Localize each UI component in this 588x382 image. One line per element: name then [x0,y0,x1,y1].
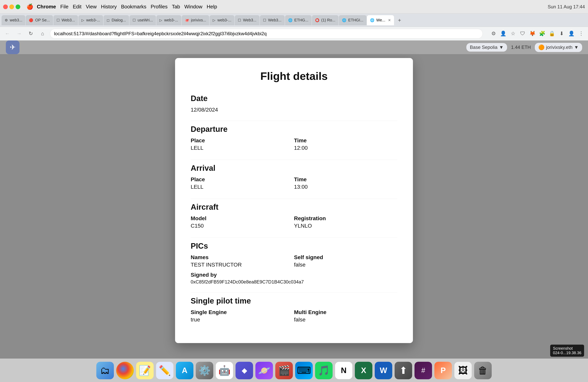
browser-controls: ⚙ 👤 ☆ 🛡 🦊 🧩 🔒 ⬇ 👤 ⋮ [490,30,585,37]
tab-2[interactable]: 🔴 OP Se... [26,15,53,25]
address-input[interactable] [50,29,483,38]
tab-7[interactable]: ▷ web3-... [156,15,181,25]
dock: 🗂 📝 ✏️ A ⚙️ 🤖 ◆ 🪐 🎬 ⌨ 🎵 N X W ⬆ # P 🖼 🗑 [0,359,588,382]
aircraft-registration-label: Registration [294,215,397,222]
dock-keynote[interactable]: 🎬 [275,362,293,379]
tab-9[interactable]: ▷ web3-... [210,15,234,25]
dock-linear[interactable]: ◆ [235,362,253,379]
dock-notion[interactable]: N [335,362,353,379]
profile-avatar[interactable]: 👤 [568,30,575,37]
dock-settings[interactable]: ⚙️ [196,362,213,379]
dock-chatgpt[interactable]: 🤖 [216,362,233,379]
departure-place-col: Place LELL [191,137,294,152]
dock-proxyman[interactable]: P [434,362,452,379]
menu-view[interactable]: View [84,3,98,11]
dock-finder[interactable]: 🗂 [96,362,114,379]
new-tab-button[interactable]: + [395,16,404,24]
title-bar: 🍎 Chrome File Edit View History Bookmark… [0,0,588,14]
pics-signedby-label: Signed by [191,272,397,278]
dock-slack[interactable]: # [415,362,432,379]
aircraft-registration-value: YLNLO [294,223,397,229]
divider-2 [191,160,397,160]
tab-15[interactable]: 🌐 We... ✕ [367,15,394,25]
reload-button[interactable]: ↻ [26,29,35,38]
download-icon[interactable]: ⬇ [558,30,565,37]
menu-chrome[interactable]: Chrome [35,3,58,11]
shield-icon[interactable]: 🛡 [519,30,526,37]
extensions-icon[interactable]: ⚙ [490,30,497,37]
tab-6[interactable]: ☐ useWri... [129,15,156,25]
aircraft-model-col: Model C150 [191,215,294,230]
dock-spotify[interactable]: 🎵 [315,362,333,379]
arrival-place-value: LELL [191,184,294,190]
dock-excel[interactable]: X [355,362,372,379]
user-menu[interactable]: 🟠 jorivixsky.eth ▼ [535,43,582,52]
dock-planet[interactable]: 🪐 [255,362,273,379]
pics-names-col: Names TEST INSTRUCTOR [191,254,294,269]
dock-freeform[interactable]: ✏️ [156,362,173,379]
home-button[interactable]: ⌂ [38,29,47,38]
departure-time-label: Time [294,137,397,144]
main-content: ✈ Base Sepolia ▼ 1.44 ETH 🟠 jorivixsky.e… [0,40,588,359]
single-engine-label: Single Engine [191,309,294,315]
dock-vscode[interactable]: ⌨ [295,362,313,379]
tab-1[interactable]: ⚙ web3... [1,15,25,25]
network-selector[interactable]: Base Sepolia ▼ [466,43,507,52]
pics-selfsigned-label: Self signed [294,254,397,261]
accounts-icon[interactable]: 👤 [500,30,507,37]
tab-11[interactable]: ☐ Web3... [260,15,285,25]
menu-bookmarks[interactable]: Bookmarks [120,3,148,11]
tab-13[interactable]: ⭕ (1) Ro... [312,15,338,25]
fullscreen-button[interactable] [16,4,20,9]
aircraft-cols: Model C150 Registration YLNLO [191,215,397,230]
dock-photos[interactable]: 🖼 [454,362,472,379]
menu-profiles[interactable]: Profiles [149,3,169,11]
traffic-lights [3,4,20,9]
tab-3[interactable]: ☐ Web3... [53,15,78,25]
fox-icon[interactable]: 🦊 [529,30,536,37]
tab-12[interactable]: 🌐 ETHG... [285,15,312,25]
minimize-button[interactable] [9,4,14,9]
app-header: ✈ Base Sepolia ▼ 1.44 ETH 🟠 jorivixsky.e… [0,40,588,54]
tab-4[interactable]: ▷ web3-... [78,15,103,25]
multi-engine-col: Multi Engine false [294,309,397,324]
arrival-place-label: Place [191,176,294,183]
forward-button[interactable]: → [15,29,23,38]
menu-edit[interactable]: Edit [71,3,83,11]
menu-history[interactable]: History [99,3,118,11]
departure-place-value: LELL [191,145,294,151]
tab-10[interactable]: ☐ Web3... [235,15,259,25]
single-engine-col: Single Engine true [191,309,294,324]
arrival-time-value: 13:00 [294,184,397,190]
tab-close-15[interactable]: ✕ [388,18,391,22]
menu-file[interactable]: File [59,3,70,11]
menu-tab[interactable]: Tab [170,3,182,11]
dock-transloader[interactable]: ⬆ [395,362,412,379]
arrival-cols: Place LELL Time 13:00 [191,176,397,191]
date-value: 12/08/2024 [191,107,397,113]
menu-window[interactable]: Window [183,3,204,11]
dock-appstore[interactable]: A [176,362,193,379]
username: jorivixsky.eth [546,45,573,50]
tab-5[interactable]: ◻ Dialog... [104,15,129,25]
aircraft-model-label: Model [191,215,294,222]
more-menu-icon[interactable]: ⋮ [577,30,585,37]
dock-word[interactable]: W [375,362,392,379]
back-button[interactable]: ← [3,29,12,38]
vpn-icon[interactable]: 🔒 [548,30,556,37]
bookmark-icon[interactable]: ☆ [509,30,517,37]
dock-notes[interactable]: 📝 [136,362,154,379]
tab-8[interactable]: 🐙 jorivixs... [182,15,210,25]
network-name: Base Sepolia [470,45,497,50]
arrival-time-label: Time [294,176,397,183]
dock-chrome[interactable] [116,362,134,379]
close-button[interactable] [3,4,8,9]
puzzle-icon[interactable]: 🧩 [539,30,546,37]
pics-signedby: Signed by 0xC85f2dFB59F124Dc00e8ea8E9C7D… [191,272,397,285]
tab-14[interactable]: 🌐 ETHGI... [339,15,367,25]
aircraft-section: Aircraft Model C150 Registration YLNLO [191,203,397,230]
flight-details-modal: Flight details Date 12/08/2024 Departure… [175,58,413,343]
date-section-title: Date [191,94,397,103]
menu-help[interactable]: Help [205,3,219,11]
dock-trash[interactable]: 🗑 [474,362,492,379]
